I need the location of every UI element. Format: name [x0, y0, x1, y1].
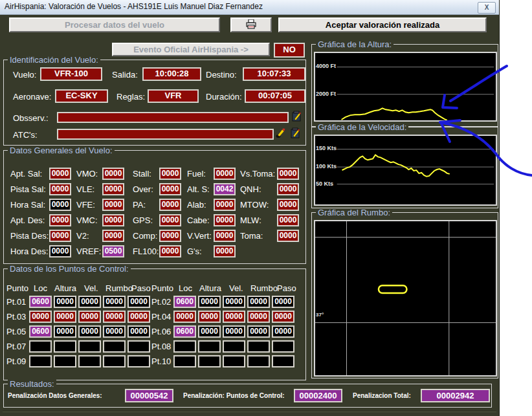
dg-field-comp[interactable]: 0000 — [159, 230, 181, 242]
pc-pt-05-vel[interactable]: 0000 — [78, 325, 101, 338]
pc-pt-08-vel[interactable] — [223, 340, 245, 353]
pc-pt-04-loc[interactable]: 0000 — [173, 311, 196, 323]
atcs-edit-note-icon[interactable] — [290, 127, 301, 138]
pc-pt-05-rumbo[interactable]: 0000 — [103, 325, 126, 338]
evento-no-field[interactable]: NO — [274, 43, 305, 58]
dg-field-hora-des[interactable]: 0000 — [49, 245, 71, 257]
dg-field-vref[interactable]: 0500 — [102, 245, 124, 257]
penalty-general-value[interactable]: 00000542 — [125, 389, 173, 402]
aeronave-field[interactable]: EC-SKY — [55, 89, 108, 103]
pc-pt-01-vel[interactable]: 0000 — [78, 296, 101, 308]
pc-pt-01-paso[interactable]: 0000 — [127, 296, 150, 308]
pc-pt-07-vel[interactable] — [78, 340, 101, 353]
pc-pt-05-paso[interactable]: 0000 — [127, 325, 150, 338]
pc-pt-03-altura[interactable]: 0000 — [54, 311, 76, 323]
pc-pt-05-altura[interactable]: 0000 — [54, 325, 76, 338]
pc-pt-06-paso[interactable]: 0000 — [272, 325, 294, 338]
pc-pt-01-altura[interactable]: 0000 — [54, 296, 76, 308]
pc-pt-03-paso[interactable]: 0000 — [127, 311, 150, 323]
dg-field-over[interactable]: 0000 — [159, 183, 181, 195]
dg-field-fuel[interactable]: 0000 — [214, 168, 236, 180]
dg-field-alab[interactable]: 0000 — [214, 199, 236, 211]
pc-pt-02-altura[interactable]: 0000 — [198, 296, 221, 308]
duracion-field[interactable]: 00:07:05 — [245, 89, 305, 103]
dg-field-mtow[interactable]: 0000 — [277, 199, 299, 211]
pc-pt-07-altura[interactable] — [54, 340, 76, 353]
dg-field-hora-sal[interactable]: 0000 — [49, 199, 71, 211]
dg-field-fl100[interactable]: 0000 — [159, 245, 181, 257]
dg-label-alt-s: Alt. S: — [187, 184, 210, 194]
pc-pt-02-loc[interactable]: 0600 — [173, 296, 196, 308]
print-button[interactable] — [230, 17, 272, 32]
dg-field-g-s[interactable]: 0000 — [214, 245, 236, 257]
pc-pt-10-paso[interactable] — [272, 355, 294, 367]
dg-field-vmc[interactable]: 0000 — [102, 214, 124, 226]
pc-pt-10-rumbo[interactable] — [247, 355, 270, 367]
dg-field-qnh[interactable]: 0000 — [277, 183, 299, 195]
dg-field-vle[interactable]: 0000 — [102, 183, 124, 195]
dg-field-stall[interactable]: 0000 — [159, 168, 181, 180]
process-flight-button[interactable]: Procesar datos del vuelo — [9, 17, 220, 32]
pc-pt-09-vel[interactable] — [78, 355, 101, 367]
pc-pt-09-rumbo[interactable] — [103, 355, 126, 367]
pc-pt-03-loc[interactable]: 0000 — [29, 311, 52, 323]
penalty-control-points-value[interactable]: 00002400 — [294, 389, 342, 402]
pc-pt-02-vel[interactable]: 0000 — [223, 296, 245, 308]
close-button[interactable]: X — [478, 2, 496, 14]
pc-pt-03-vel[interactable]: 0000 — [78, 311, 101, 323]
pc-pt-09-altura[interactable] — [54, 355, 76, 367]
dg-field-apt-sal[interactable]: 0000 — [49, 168, 71, 180]
dg-field-apt-des[interactable]: 0000 — [49, 214, 71, 226]
penalty-total-value[interactable]: 00002942 — [421, 389, 490, 402]
dg-field-pista-sal[interactable]: 0000 — [49, 183, 71, 195]
pc-pt-06-vel[interactable]: 0000 — [223, 325, 245, 338]
pc-pt-04-altura[interactable]: 0000 — [198, 311, 221, 323]
dg-field-pa[interactable]: 0000 — [159, 199, 181, 211]
accept-valuation-button[interactable]: Aceptar valoración realizada — [278, 17, 487, 32]
obsserv-input[interactable] — [57, 112, 289, 123]
vuelo-field[interactable]: VFR-100 — [40, 67, 102, 81]
pc-pt-10-loc[interactable] — [173, 355, 196, 367]
pc-pt-05-loc[interactable]: 0600 — [29, 325, 52, 338]
pc-pt-09-loc[interactable] — [29, 355, 52, 367]
pc-pt-07-loc[interactable] — [29, 340, 52, 353]
reglas-field[interactable]: VFR — [148, 89, 199, 103]
dg-field-v-vert[interactable]: 0000 — [214, 230, 236, 242]
dg-field-gps[interactable]: 0000 — [159, 214, 181, 226]
pc-pt-08-rumbo[interactable] — [247, 340, 270, 353]
pc-pt-08-altura[interactable] — [198, 340, 221, 353]
pc-pt-08-paso[interactable] — [272, 340, 294, 353]
dg-field-alt-s[interactable]: 0042 — [214, 183, 236, 195]
pc-pt-04-vel[interactable]: 0000 — [223, 311, 245, 323]
atcs-input[interactable] — [57, 129, 274, 140]
dg-field-cabe[interactable]: 0000 — [214, 214, 236, 226]
pc-pt-09-paso[interactable] — [127, 355, 150, 367]
evento-oficial-button[interactable]: Evento Oficial AirHispania -> — [112, 43, 270, 56]
pc-pt-03-rumbo[interactable]: 0000 — [103, 311, 126, 323]
obsserv-edit-note-icon[interactable] — [291, 111, 302, 122]
pc-pt-06-rumbo[interactable]: 0000 — [247, 325, 270, 338]
dg-field-v2[interactable]: 0000 — [102, 230, 124, 242]
dg-field-toma[interactable]: 0000 — [277, 230, 299, 242]
salida-field[interactable]: 10:00:28 — [142, 67, 201, 81]
pc-pt-06-altura[interactable]: 0000 — [198, 325, 221, 338]
pc-pt-01-loc[interactable]: 0600 — [29, 296, 52, 308]
pc-pt-02-rumbo[interactable]: 0000 — [247, 296, 270, 308]
pc-pt-07-paso[interactable] — [127, 340, 150, 353]
dg-field-vfe[interactable]: 0000 — [102, 199, 124, 211]
pc-pt-04-paso[interactable]: 0000 — [272, 311, 294, 323]
pc-pt-07-rumbo[interactable] — [103, 340, 126, 353]
pc-pt-10-vel[interactable] — [223, 355, 245, 367]
dg-field-pista-des[interactable]: 0000 — [49, 230, 71, 242]
pc-pt-02-paso[interactable]: 0000 — [272, 296, 294, 308]
dg-field-vmo[interactable]: 0000 — [102, 168, 124, 180]
dg-field-mlw[interactable]: 0000 — [277, 214, 299, 226]
destino-field[interactable]: 10:07:33 — [243, 67, 305, 81]
pc-pt-06-loc[interactable]: 0600 — [173, 325, 196, 338]
pc-pt-01-rumbo[interactable]: 0000 — [103, 296, 126, 308]
dg-field-vs-toma[interactable]: 0000 — [277, 168, 299, 180]
pc-pt-10-altura[interactable] — [198, 355, 221, 367]
pc-pt-08-loc[interactable] — [173, 340, 196, 353]
atcs-write-pen-icon[interactable] — [276, 127, 286, 138]
pc-pt-04-rumbo[interactable]: 0000 — [247, 311, 270, 323]
